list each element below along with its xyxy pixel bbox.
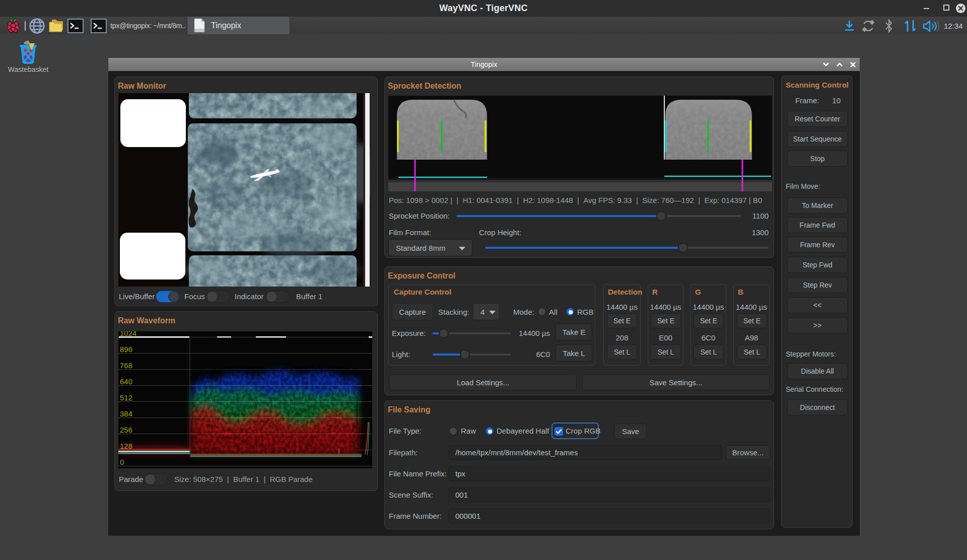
svg-text:256: 256	[120, 426, 132, 434]
svg-text:128: 128	[120, 442, 132, 450]
svg-text:640: 640	[120, 377, 132, 386]
svg-text:512: 512	[120, 393, 132, 402]
svg-text:1024: 1024	[120, 331, 136, 337]
svg-text:768: 768	[120, 361, 132, 370]
svg-text:0: 0	[120, 458, 124, 466]
svg-text:896: 896	[120, 345, 132, 354]
svg-text:384: 384	[120, 409, 132, 418]
